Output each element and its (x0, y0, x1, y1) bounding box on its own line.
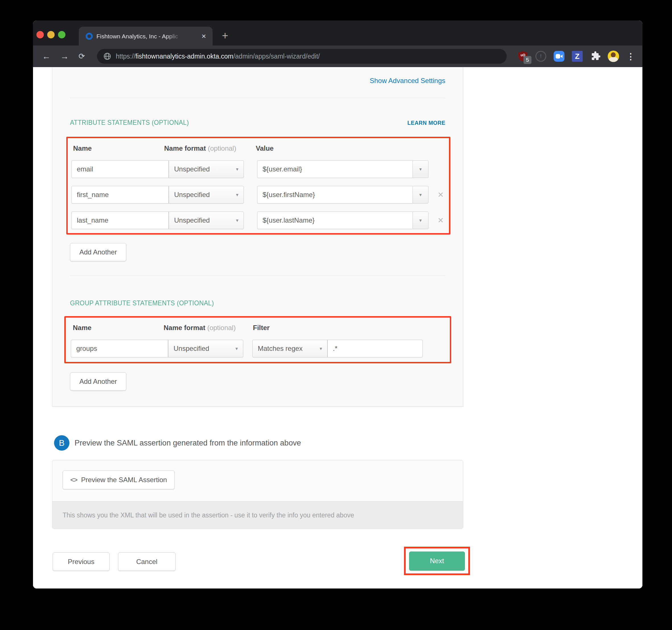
group-attribute-row: Unspecified ▾ Matches regex ▾ (71, 340, 445, 357)
step-b-badge: B (54, 435, 69, 451)
learn-more-link[interactable]: LEARN MORE (407, 120, 445, 126)
disabled-extension-icon[interactable]: ! (535, 51, 546, 62)
browser-window: Fishtown Analytics, Inc - Applic ✕ + ← →… (33, 21, 642, 588)
name-format-select[interactable]: Unspecified ▾ (168, 340, 243, 357)
preview-saml-assertion-button[interactable]: <> Preview the SAML Assertion (63, 471, 175, 489)
name-format-select[interactable]: Unspecified ▾ (169, 160, 244, 178)
filter-value-input[interactable] (328, 340, 423, 357)
new-tab-button[interactable]: + (222, 27, 228, 44)
preview-panel: <> Preview the SAML Assertion This shows… (52, 460, 463, 529)
page-content: Show Advanced Settings ATTRIBUTE STATEME… (33, 67, 642, 588)
browser-menu-icon[interactable]: ⋮ (626, 51, 635, 61)
attribute-statements-heading: ATTRIBUTE STATEMENTS (OPTIONAL) (70, 119, 189, 127)
value-dropdown-button[interactable]: ▾ (412, 186, 429, 204)
annotation-box-attribute-statements: Name Name format (optional) Value Unspec… (66, 137, 450, 234)
okta-favicon-icon (86, 33, 93, 40)
zoom-extension-icon[interactable] (554, 51, 565, 62)
chevron-down-icon: ▾ (419, 192, 422, 198)
name-format-select[interactable]: Unspecified ▾ (169, 211, 244, 229)
chevron-down-icon: ▾ (235, 346, 238, 352)
step-b-section: B Preview the SAML assertion generated f… (54, 435, 301, 451)
traffic-lights (37, 31, 66, 39)
attribute-value-input[interactable] (257, 186, 412, 204)
browser-toolbar: ← → ⟳ https://fishtownanalytics-admin.ok… (33, 46, 642, 67)
preview-note: This shows you the XML that will be used… (52, 501, 463, 529)
attribute-name-input[interactable] (71, 211, 169, 229)
attribute-value-input[interactable] (257, 211, 412, 229)
column-headers: Name Name format (optional) Value (71, 145, 445, 153)
reload-icon[interactable]: ⟳ (78, 51, 85, 62)
step-b-title: Preview the SAML assertion generated fro… (75, 439, 301, 448)
desktop-background: Fishtown Analytics, Inc - Applic ✕ + ← →… (0, 0, 672, 630)
value-dropdown-button[interactable]: ▾ (412, 211, 429, 229)
tab-strip: Fishtown Analytics, Inc - Applic ✕ + (33, 21, 642, 46)
show-advanced-settings-link[interactable]: Show Advanced Settings (369, 77, 445, 85)
extensions-puzzle-icon[interactable] (590, 51, 600, 61)
filter-type-select[interactable]: Matches regex ▾ (253, 340, 328, 357)
column-headers: Name Name format (optional) Filter (71, 324, 445, 333)
extension-row: uO 5 ! Z ⋮ (518, 46, 635, 67)
attribute-value-input[interactable] (257, 160, 412, 178)
value-dropdown-button[interactable]: ▾ (412, 160, 429, 178)
annotation-box-next: Next (404, 547, 470, 575)
name-format-select[interactable]: Unspecified ▾ (169, 186, 244, 204)
next-button[interactable]: Next (409, 552, 465, 571)
minimize-window-button[interactable] (47, 31, 55, 39)
attribute-name-input[interactable] (71, 160, 169, 178)
remove-row-icon[interactable]: ✕ (437, 191, 444, 199)
close-window-button[interactable] (37, 31, 44, 39)
attribute-name-input[interactable] (71, 186, 169, 204)
annotation-box-group-attribute-statements: Name Name format (optional) Filter Unspe… (64, 316, 451, 363)
back-icon[interactable]: ← (42, 51, 51, 62)
remove-row-icon[interactable]: ✕ (437, 216, 444, 225)
zoom-window-button[interactable] (58, 31, 66, 39)
ublock-extension-icon[interactable]: uO 5 (518, 51, 528, 62)
add-another-button[interactable]: Add Another (70, 373, 126, 390)
group-attribute-statements-heading: GROUP ATTRIBUTE STATEMENTS (OPTIONAL) (70, 299, 214, 307)
previous-button[interactable]: Previous (53, 552, 110, 571)
attribute-row: Unspecified ▾ ▾ ✕ (71, 211, 445, 229)
site-info-icon[interactable] (103, 52, 111, 60)
add-another-button[interactable]: Add Another (70, 243, 126, 261)
chevron-down-icon: ▾ (236, 192, 238, 198)
tab-title: Fishtown Analytics, Inc - Applic (96, 32, 182, 41)
tab-close-icon[interactable]: ✕ (201, 32, 206, 41)
chevron-down-icon: ▾ (236, 166, 238, 172)
profile-avatar[interactable] (608, 51, 619, 62)
code-icon: <> (70, 476, 77, 484)
attribute-row: Unspecified ▾ ▾ (71, 160, 445, 178)
cancel-button[interactable]: Cancel (118, 552, 175, 571)
chevron-down-icon: ▾ (419, 218, 422, 224)
ublock-badge: 5 (524, 56, 531, 64)
saml-settings-panel: Show Advanced Settings ATTRIBUTE STATEME… (52, 67, 463, 406)
group-name-input[interactable] (71, 340, 168, 357)
chevron-down-icon: ▾ (419, 166, 422, 172)
address-bar[interactable]: https://fishtownanalytics-admin.okta.com… (97, 49, 507, 64)
attribute-row: Unspecified ▾ ▾ ✕ (71, 186, 445, 204)
forward-icon[interactable]: → (60, 51, 69, 62)
chevron-down-icon: ▾ (236, 218, 238, 224)
browser-tab[interactable]: Fishtown Analytics, Inc - Applic ✕ (79, 27, 213, 46)
chevron-down-icon: ▾ (319, 346, 322, 352)
z-extension-icon[interactable]: Z (572, 51, 583, 62)
url-text: https://fishtownanalytics-admin.okta.com… (116, 53, 320, 60)
